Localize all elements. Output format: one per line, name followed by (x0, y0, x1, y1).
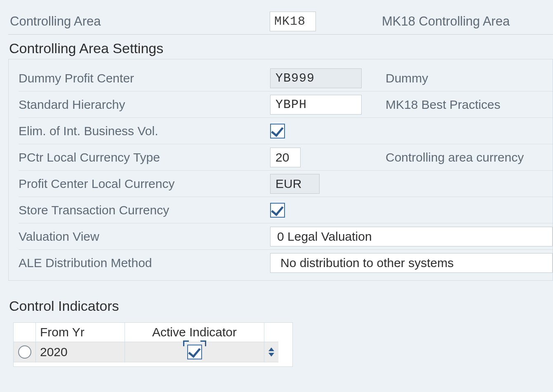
settings-group: Dummy Profit Center Dummy Standard Hiera… (8, 59, 553, 281)
ale-dist-method-select[interactable]: No distribution to other systems (270, 253, 553, 273)
valuation-view-label: Valuation View (19, 230, 270, 244)
dummy-profit-center-desc: Dummy (373, 71, 428, 85)
row-select-radio[interactable] (18, 345, 31, 359)
control-indicators-table: From Yr Active Indicator 2020 (13, 322, 293, 367)
controlling-area-label: Controlling Area (10, 14, 270, 29)
active-indicator-checkbox[interactable] (187, 345, 202, 359)
ale-dist-method-label: ALE Distribution Method (19, 256, 270, 270)
dummy-profit-center-field[interactable] (270, 68, 362, 88)
store-trans-curr-row: Store Transaction Currency (19, 197, 553, 223)
table-scroll-cell (264, 342, 278, 362)
col-header-active-indicator[interactable]: Active Indicator (125, 323, 264, 342)
standard-hierarchy-row: Standard Hierarchy MK18 Best Practices (19, 92, 553, 118)
controlling-area-desc: MK18 Controlling Area (382, 14, 510, 29)
valuation-view-select[interactable]: 0 Legal Valuation (270, 227, 553, 246)
profit-center-local-curr-field[interactable] (270, 174, 320, 194)
controlling-area-row: Controlling Area MK18 MK18 Controlling A… (8, 8, 553, 35)
standard-hierarchy-field[interactable] (270, 95, 362, 115)
active-indicator-cell[interactable] (125, 342, 264, 362)
scroll-up-icon[interactable] (268, 347, 274, 351)
table-row: 2020 (14, 342, 292, 362)
pctr-local-curr-type-row: PCtr Local Currency Type Controlling are… (19, 144, 553, 171)
page-root: Controlling Area MK18 MK18 Controlling A… (0, 0, 553, 367)
elim-int-business-row: Elim. of Int. Business Vol. (19, 118, 553, 144)
settings-heading: Controlling Area Settings (8, 38, 553, 59)
valuation-view-row: Valuation View 0 Legal Valuation (19, 223, 553, 250)
row-select-cell[interactable] (14, 342, 36, 362)
profit-center-local-curr-label: Profit Center Local Currency (19, 177, 270, 191)
col-header-select (14, 323, 36, 342)
focus-bracket-icon (200, 340, 206, 346)
pctr-local-curr-type-field[interactable] (270, 148, 301, 167)
elim-int-business-checkbox[interactable] (270, 124, 285, 138)
dummy-profit-center-row: Dummy Profit Center Dummy (19, 65, 553, 92)
pctr-local-curr-type-desc: Controlling area currency (373, 150, 524, 164)
standard-hierarchy-desc: MK18 Best Practices (373, 98, 500, 112)
store-trans-curr-label: Store Transaction Currency (19, 203, 270, 217)
col-header-scroll (264, 323, 278, 342)
dummy-profit-center-label: Dummy Profit Center (19, 71, 270, 85)
standard-hierarchy-label: Standard Hierarchy (19, 98, 270, 112)
from-yr-cell[interactable]: 2020 (36, 342, 125, 362)
control-indicators-heading: Control Indicators (8, 296, 553, 317)
col-header-from-yr[interactable]: From Yr (36, 323, 125, 342)
controlling-area-value[interactable]: MK18 (270, 12, 316, 31)
ale-dist-method-row: ALE Distribution Method No distribution … (19, 250, 553, 276)
store-trans-curr-checkbox[interactable] (270, 203, 285, 218)
scroll-down-icon[interactable] (268, 353, 274, 357)
focus-bracket-icon (183, 340, 189, 346)
table-header-row: From Yr Active Indicator (14, 323, 292, 342)
profit-center-local-curr-row: Profit Center Local Currency (19, 171, 553, 197)
elim-int-business-label: Elim. of Int. Business Vol. (19, 124, 270, 138)
pctr-local-curr-type-label: PCtr Local Currency Type (19, 150, 270, 164)
